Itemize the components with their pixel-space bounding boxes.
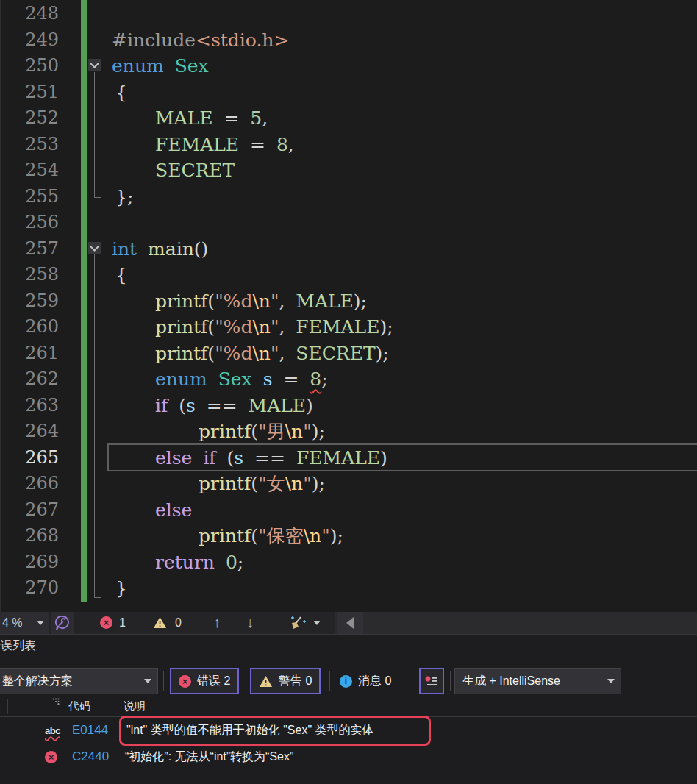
code-token: s bbox=[186, 395, 196, 416]
line-number: 257 bbox=[0, 236, 59, 263]
column-divider bbox=[7, 699, 8, 714]
code-token: s bbox=[234, 447, 243, 468]
warnings-filter-button[interactable]: 警告 0 bbox=[250, 668, 321, 694]
code-token: printf bbox=[199, 473, 251, 494]
code-token: ); bbox=[376, 343, 389, 364]
fold-chevron-icon[interactable] bbox=[88, 59, 101, 71]
code-token: "%d bbox=[215, 291, 252, 312]
code-token: printf bbox=[199, 525, 251, 546]
scope-dropdown[interactable]: 整个解决方案 bbox=[0, 668, 158, 694]
column-header-code[interactable]: 代码 bbox=[68, 699, 90, 713]
error-count-icon[interactable]: × bbox=[100, 616, 112, 629]
code-line-257[interactable]: int main() bbox=[112, 236, 208, 263]
code-line-254[interactable]: SECRET bbox=[155, 157, 235, 184]
code-token: () bbox=[194, 238, 209, 260]
code-line-266[interactable]: printf("女\n"); bbox=[199, 471, 325, 497]
warning-count-icon[interactable] bbox=[153, 616, 167, 629]
line-number: 264 bbox=[0, 418, 59, 445]
scroll-left-button[interactable] bbox=[337, 612, 363, 634]
active-items-filter-button[interactable] bbox=[419, 668, 444, 694]
code-line-267[interactable]: else bbox=[155, 497, 192, 524]
code-line-253[interactable]: FEMALE = 8, bbox=[155, 132, 294, 158]
code-token bbox=[164, 55, 175, 76]
code-token: " bbox=[271, 343, 279, 364]
code-line-261[interactable]: printf("%d\n", SECRET); bbox=[155, 341, 389, 367]
code-line-249[interactable]: #include<stdio.h> bbox=[112, 27, 289, 54]
next-issue-arrow-down-icon[interactable]: ↓ bbox=[246, 612, 254, 634]
code-token: ) bbox=[306, 395, 313, 416]
error-code-link[interactable]: E0144 bbox=[72, 717, 108, 744]
code-token: ( bbox=[168, 395, 186, 416]
fold-chevron-icon[interactable] bbox=[88, 242, 101, 254]
code-line-259[interactable]: printf("%d\n", MALE); bbox=[155, 288, 367, 315]
line-number: 254 bbox=[0, 157, 59, 184]
code-line-255[interactable]: }; bbox=[115, 184, 133, 210]
line-number: 259 bbox=[0, 288, 59, 315]
code-token: Sex bbox=[218, 368, 252, 390]
line-number: 256 bbox=[0, 210, 59, 236]
zoom-level: 4 % bbox=[2, 616, 23, 630]
vs-window: 248249#include<stdio.h>250enum Sex251{25… bbox=[0, 0, 697, 784]
code-line-258[interactable]: { bbox=[115, 262, 127, 288]
code-token: FEMALE bbox=[296, 447, 380, 468]
code-line-263[interactable]: if (s == MALE) bbox=[155, 393, 313, 419]
code-line-265[interactable]: else if (s == FEMALE) bbox=[155, 445, 387, 471]
errors-filter-button[interactable]: × 错误 2 bbox=[170, 668, 239, 694]
code-line-262[interactable]: enum Sex s = 8; bbox=[155, 366, 328, 393]
line-number: 265 bbox=[0, 445, 59, 471]
error-count: 1 bbox=[119, 612, 126, 634]
code-token: if bbox=[203, 447, 215, 468]
code-line-268[interactable]: printf("保密\n"); bbox=[199, 523, 343, 549]
chevron-down-icon bbox=[37, 621, 44, 625]
zoom-control[interactable]: 4 % bbox=[0, 612, 49, 634]
code-token: printf bbox=[155, 343, 207, 364]
grip-dots-icon[interactable] bbox=[52, 698, 60, 705]
code-token: else bbox=[155, 447, 192, 468]
code-token: ( bbox=[251, 473, 258, 494]
code-line-269[interactable]: return 0; bbox=[155, 549, 243, 576]
code-line-264[interactable]: printf("男\n"); bbox=[199, 418, 325, 445]
code-token: \n bbox=[252, 316, 271, 338]
horizontal-scrollbar[interactable] bbox=[335, 612, 697, 634]
warnings-filter-label: 警告 0 bbox=[279, 674, 312, 689]
messages-filter-button[interactable]: i 消息 0 bbox=[332, 668, 398, 694]
code-token: s bbox=[263, 368, 273, 390]
error-description: “初始化”: 无法从“int”转换为“Sex” bbox=[125, 744, 293, 770]
code-token: else bbox=[155, 499, 192, 521]
code-line-252[interactable]: MALE = 5, bbox=[155, 105, 268, 132]
code-token: = bbox=[213, 107, 251, 129]
error-code-link[interactable]: C2440 bbox=[72, 744, 109, 770]
build-intellisense-dropdown[interactable]: 生成 + IntelliSense bbox=[454, 668, 621, 694]
code-token: " bbox=[271, 316, 279, 338]
divider bbox=[329, 671, 330, 691]
divider bbox=[450, 671, 451, 691]
code-token: ; bbox=[321, 368, 327, 390]
code-token: FEMALE bbox=[155, 134, 239, 155]
code-cleanup-broom-icon[interactable] bbox=[288, 616, 306, 633]
code-token: ) bbox=[380, 447, 387, 468]
code-token: MALE bbox=[155, 107, 213, 129]
code-line-270[interactable]: } bbox=[115, 575, 127, 602]
code-token: \n bbox=[252, 291, 271, 312]
column-divider bbox=[26, 699, 26, 714]
code-editor[interactable]: 248249#include<stdio.h>250enum Sex251{25… bbox=[0, 0, 697, 612]
line-number: 250 bbox=[0, 53, 59, 79]
code-token bbox=[215, 552, 226, 573]
code-token: ( bbox=[207, 343, 215, 364]
code-line-250[interactable]: enum Sex bbox=[112, 53, 209, 79]
code-token: if bbox=[155, 395, 168, 416]
document-health-button[interactable] bbox=[51, 612, 74, 634]
column-header-description[interactable]: 说明 bbox=[124, 699, 146, 713]
code-token: { bbox=[115, 82, 127, 103]
table-row[interactable]: ×C2440“初始化”: 无法从“int”转换为“Sex” bbox=[0, 744, 697, 770]
code-token: , bbox=[279, 316, 296, 338]
prev-issue-arrow-up-icon[interactable]: ↑ bbox=[213, 612, 221, 634]
line-number: 260 bbox=[0, 314, 59, 341]
code-line-260[interactable]: printf("%d\n", FEMALE); bbox=[155, 314, 393, 341]
git-change-bar bbox=[81, 0, 87, 602]
indent-guide bbox=[115, 105, 115, 184]
line-number: 269 bbox=[0, 549, 59, 576]
code-line-251[interactable]: { bbox=[115, 79, 127, 106]
intellisense-squiggle-icon: abc bbox=[45, 724, 60, 737]
code-cleanup-chevron-icon[interactable] bbox=[313, 621, 321, 625]
